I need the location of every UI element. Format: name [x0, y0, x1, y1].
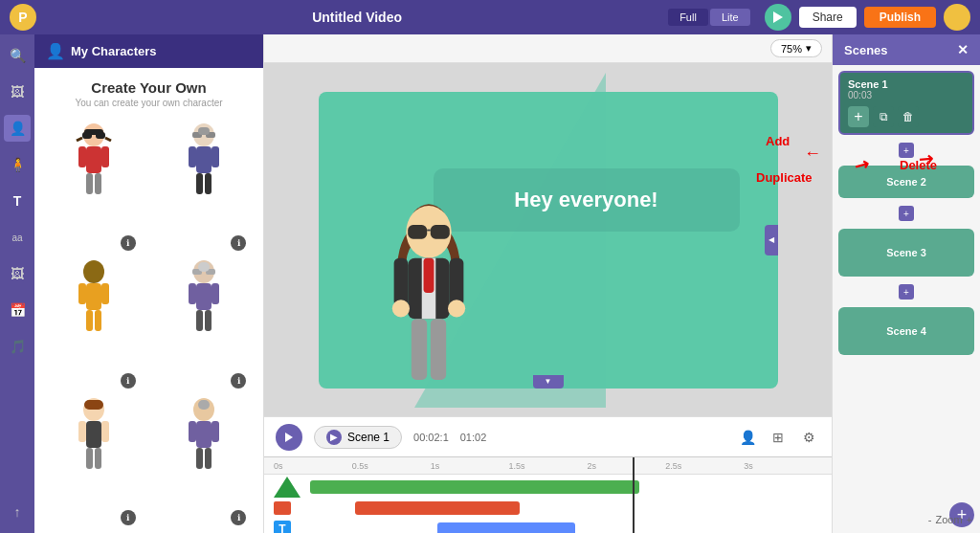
playback-bar: ▶ Scene 1 00:02:1 01:02 👤 ⊞ ⚙ — [264, 416, 832, 456]
play-button-top[interactable] — [765, 4, 791, 31]
scene-card-1[interactable]: Scene 1 00:03 + ⧉ 🗑 — [838, 71, 974, 135]
track-2-icon — [274, 501, 291, 515]
search-icon[interactable]: 🔍 — [4, 42, 31, 69]
create-own-subtitle: You can create your own character — [42, 98, 256, 108]
music-icon[interactable]: 🎵 — [4, 333, 31, 360]
character-icon[interactable]: 👤 — [4, 115, 31, 142]
canvas-area: 75% ▾ Hey everyone! — [264, 34, 832, 456]
svg-point-21 — [83, 260, 104, 283]
zoom-minus-icon[interactable]: - — [928, 514, 932, 525]
svg-rect-39 — [101, 421, 109, 442]
svg-rect-37 — [86, 421, 101, 448]
ruler-15s: 1.5s — [509, 461, 588, 471]
tab-full[interactable]: Full — [668, 9, 708, 26]
tab-lite[interactable]: Lite — [710, 9, 750, 26]
template-icon[interactable]: 🖼 — [4, 78, 31, 105]
svg-rect-19 — [205, 173, 212, 194]
sep-dot-2[interactable]: + — [899, 206, 914, 221]
icon-bar: 🔍 🖼 👤 🧍 T aa 🖼 📅 🎵 ↑ — [0, 34, 34, 533]
avatar-bottom-icon[interactable]: 👤 — [736, 426, 759, 449]
svg-rect-23 — [78, 283, 86, 304]
character-figure-5 — [65, 396, 122, 477]
publish-button[interactable]: Publish — [864, 7, 936, 28]
track-block-1[interactable] — [310, 480, 639, 494]
sep-dot-1[interactable]: + — [899, 143, 914, 158]
calendar-icon[interactable]: 📅 — [4, 297, 31, 323]
character-item-1[interactable]: ℹ — [42, 122, 145, 251]
svg-rect-40 — [86, 448, 93, 469]
svg-marker-0 — [773, 11, 783, 23]
caption-icon[interactable]: aa — [4, 224, 31, 251]
zoom-badge[interactable]: 75% ▾ — [770, 39, 822, 57]
svg-rect-32 — [212, 283, 219, 304]
timeline-cursor — [633, 457, 635, 533]
canvas-content: Hey everyone! — [264, 63, 832, 416]
character-item-3[interactable]: ℹ — [42, 258, 145, 388]
svg-rect-38 — [78, 421, 86, 442]
text-icon[interactable]: T — [4, 188, 31, 214]
ruler-2s: 2s — [587, 461, 665, 471]
scenes-close-button[interactable]: ✕ — [957, 42, 969, 57]
timeline-track-3: T — [274, 521, 822, 533]
character-figure-6 — [175, 396, 233, 477]
timeline-area: 0s 0.5s 1s 1.5s 2s 2.5s 3s — [264, 456, 832, 533]
character-item-4[interactable]: ℹ — [153, 258, 256, 388]
add-scene-action[interactable]: + — [848, 106, 869, 127]
expand-bottom-handle[interactable]: ▼ — [533, 375, 564, 389]
scene-card-4[interactable]: Scene 4 — [838, 307, 974, 355]
zoom-plus-icon[interactable]: + — [967, 514, 972, 525]
svg-rect-51 — [408, 225, 427, 239]
scene-canvas: Hey everyone! — [319, 92, 778, 389]
zoom-value: 75% — [781, 43, 802, 55]
char-info-badge-3[interactable]: ℹ — [121, 373, 136, 389]
scene-selector[interactable]: ▶ Scene 1 — [314, 426, 402, 449]
scene-card-3[interactable]: Scene 3 — [838, 229, 974, 277]
svg-rect-48 — [205, 448, 212, 469]
sep-dot-3[interactable]: + — [899, 284, 914, 300]
scenes-panel: Scenes ✕ Scene 1 00:03 + ⧉ 🗑 + Scene 2 — [832, 34, 980, 533]
scene-separator-2: + — [838, 206, 974, 221]
char-info-badge-5[interactable]: ℹ — [121, 510, 136, 525]
svg-rect-42 — [84, 400, 103, 410]
svg-rect-15 — [196, 146, 212, 173]
svg-rect-3 — [82, 132, 92, 139]
duplicate-scene-action[interactable]: ⧉ — [873, 106, 894, 127]
timeline-track-2 — [274, 500, 822, 517]
char-info-badge-1[interactable]: ℹ — [121, 235, 136, 251]
character-item-6[interactable]: ℹ — [153, 396, 256, 525]
svg-rect-18 — [196, 173, 203, 194]
media-icon[interactable]: 🖼 — [4, 260, 31, 287]
char-info-badge-6[interactable]: ℹ — [231, 510, 246, 525]
svg-rect-7 — [101, 146, 109, 167]
main-character-svg — [376, 197, 481, 389]
ruler-0s: 0s — [274, 461, 352, 471]
scene-1-time: 00:03 — [848, 90, 965, 100]
expand-right-handle[interactable]: ◀ — [765, 225, 778, 255]
delete-scene-action[interactable]: 🗑 — [898, 106, 919, 127]
character-panel: 👤 My Characters Create Your Own You can … — [34, 34, 264, 533]
track-3-icon: T — [274, 521, 291, 533]
scene-card-2[interactable]: Scene 2 — [838, 166, 974, 198]
svg-rect-59 — [411, 319, 426, 380]
scene-separator-1: + — [838, 143, 974, 158]
play-button-main[interactable] — [276, 424, 302, 451]
character-figure-2 — [175, 122, 233, 203]
upload-icon[interactable]: ↑ — [4, 499, 31, 525]
char-info-badge-2[interactable]: ℹ — [231, 235, 246, 251]
share-button[interactable]: Share — [799, 7, 857, 28]
grid-bottom-icon[interactable]: ⊞ — [767, 426, 790, 449]
char-info-badge-4[interactable]: ℹ — [231, 373, 246, 389]
track-block-3[interactable] — [437, 522, 574, 533]
bottom-icons: 👤 ⊞ ⚙ — [736, 426, 820, 449]
track-block-2[interactable] — [355, 501, 520, 515]
scene-play-icon: ▶ — [326, 430, 342, 445]
svg-rect-6 — [78, 146, 86, 167]
user-avatar — [944, 4, 970, 31]
character-item-5[interactable]: ℹ — [42, 396, 145, 525]
character-grid: ℹ ℹ — [34, 114, 263, 533]
settings-bottom-icon[interactable]: ⚙ — [797, 426, 820, 449]
svg-rect-24 — [101, 283, 109, 304]
figure-icon[interactable]: 🧍 — [4, 151, 31, 178]
character-item-2[interactable]: ℹ — [153, 122, 256, 251]
ruler-marks: 0s 0.5s 1s 1.5s 2s 2.5s 3s — [274, 461, 822, 471]
